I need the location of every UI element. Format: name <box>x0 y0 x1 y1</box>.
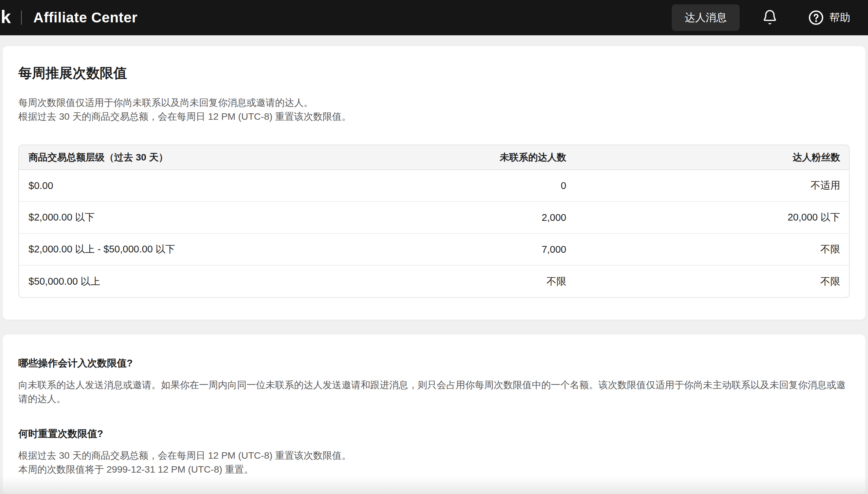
cell-uncontacted-count: 0 <box>384 170 575 202</box>
help-question-icon <box>808 10 824 25</box>
cell-follower-limit: 不限 <box>575 265 849 297</box>
cell-follower-limit: 20,000 以下 <box>575 202 849 233</box>
description-line-2: 根据过去 30 天的商品交易总额，会在每周日 12 PM (UTC-8) 重置该… <box>18 111 351 122</box>
table-row: $50,000.00 以上 不限 不限 <box>19 265 849 297</box>
faq-card: 哪些操作会计入次数限值? 向未联系的达人发送消息或邀请。如果你在一周内向同一位未… <box>3 335 865 494</box>
tiktok-logo-partial: k <box>1 7 11 26</box>
help-label: 帮助 <box>829 11 850 25</box>
notifications-bell-icon[interactable] <box>762 9 778 26</box>
cell-uncontacted-count: 不限 <box>384 265 575 297</box>
faq-question-reset-time: 何时重置次数限值? <box>18 426 850 441</box>
cell-gmv-tier: $50,000.00 以上 <box>19 265 384 297</box>
creator-messages-button[interactable]: 达人消息 <box>672 4 740 31</box>
reset-date-line: 本周的次数限值将于 2999-12-31 12 PM (UTC-8) 重置。 <box>18 464 253 475</box>
limits-table-container: 商品交易总额层级（过去 30 天） 未联系的达人数 达人粉丝数 $0.00 0 … <box>18 145 850 298</box>
cell-uncontacted-count: 7,000 <box>384 233 575 265</box>
table-header-row: 商品交易总额层级（过去 30 天） 未联系的达人数 达人粉丝数 <box>19 145 849 170</box>
cell-uncontacted-count: 2,000 <box>384 202 575 233</box>
column-header-creator-followers: 达人粉丝数 <box>575 145 849 170</box>
weekly-limits-card: 每周推展次数限值 每周次数限值仅适用于你尚未联系以及尚未回复你消息或邀请的达人。… <box>3 46 865 320</box>
cell-gmv-tier: $0.00 <box>19 170 384 202</box>
table-row: $2,000.00 以上 - $50,000.00 以下 7,000 不限 <box>19 233 849 265</box>
main-content: 每周推展次数限值 每周次数限值仅适用于你尚未联系以及尚未回复你消息或邀请的达人。… <box>0 35 868 494</box>
column-header-gmv-tier: 商品交易总额层级（过去 30 天） <box>19 145 384 170</box>
description-line-1: 每周次数限值仅适用于你尚未联系以及尚未回复你消息或邀请的达人。 <box>18 97 313 108</box>
cell-gmv-tier: $2,000.00 以下 <box>19 202 384 233</box>
limits-table: 商品交易总额层级（过去 30 天） 未联系的达人数 达人粉丝数 $0.00 0 … <box>19 145 849 297</box>
faq-answer-count-rules: 向未联系的达人发送消息或邀请。如果你在一周内向同一位未联系的达人发送邀请和跟进消… <box>18 378 850 406</box>
faq-answer-reset-time: 根据过去 30 天的商品交易总额，会在每周日 12 PM (UTC-8) 重置该… <box>18 449 850 476</box>
weekly-limits-description: 每周次数限值仅适用于你尚未联系以及尚未回复你消息或邀请的达人。 根据过去 30 … <box>18 96 850 124</box>
top-navigation-bar: k Affiliate Center 达人消息 帮助 <box>0 0 868 35</box>
help-menu[interactable]: 帮助 <box>808 10 850 25</box>
cell-gmv-tier: $2,000.00 以上 - $50,000.00 以下 <box>19 233 384 265</box>
weekly-limits-title: 每周推展次数限值 <box>18 64 850 81</box>
table-row: $0.00 0 不适用 <box>19 170 849 202</box>
cell-follower-limit: 不适用 <box>575 170 849 202</box>
faq-question-count-rules: 哪些操作会计入次数限值? <box>18 356 850 370</box>
cell-follower-limit: 不限 <box>575 233 849 265</box>
table-row: $2,000.00 以下 2,000 20,000 以下 <box>19 202 849 233</box>
page-title: Affiliate Center <box>33 10 138 26</box>
header-divider <box>21 11 22 25</box>
reset-rule-line: 根据过去 30 天的商品交易总额，会在每周日 12 PM (UTC-8) 重置该… <box>18 450 351 461</box>
column-header-uncontacted-creators: 未联系的达人数 <box>384 145 575 170</box>
